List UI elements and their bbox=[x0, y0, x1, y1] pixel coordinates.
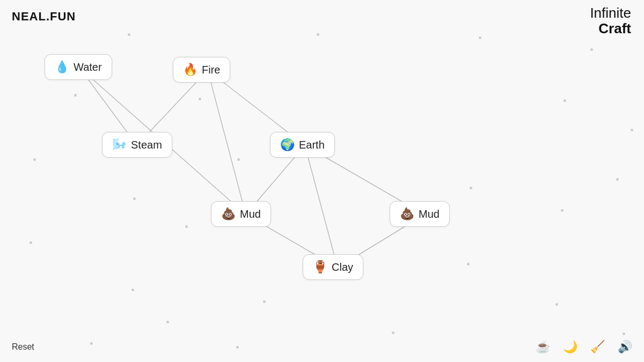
decorative-dot bbox=[317, 33, 319, 36]
decorative-dot bbox=[479, 36, 481, 39]
element-card-earth[interactable]: 🌍Earth bbox=[270, 132, 335, 158]
decorative-dot bbox=[616, 178, 619, 181]
app-title: Infinite Craft bbox=[590, 5, 631, 36]
title-infinite: Infinite bbox=[590, 5, 631, 21]
element-card-clay[interactable]: 🏺Clay bbox=[303, 254, 363, 280]
fire-label: Fire bbox=[202, 64, 220, 76]
element-card-water[interactable]: 💧Water bbox=[45, 54, 112, 80]
sound-icon[interactable]: 🔊 bbox=[618, 340, 632, 354]
decorative-dot bbox=[185, 225, 188, 228]
clay-emoji: 🏺 bbox=[313, 260, 327, 274]
svg-line-4 bbox=[208, 70, 246, 215]
logo: NEAL.FUN bbox=[12, 10, 76, 24]
reset-button[interactable]: Reset bbox=[12, 342, 34, 352]
decorative-dot bbox=[33, 158, 36, 161]
coffee-icon[interactable]: ☕ bbox=[536, 340, 550, 354]
decorative-dot bbox=[131, 289, 134, 291]
decorative-dot bbox=[564, 99, 566, 102]
decorative-dot bbox=[561, 209, 564, 212]
decorative-dot bbox=[166, 321, 169, 323]
mud1-label: Mud bbox=[240, 208, 261, 220]
decorative-dot bbox=[467, 263, 470, 265]
decorative-dot bbox=[128, 33, 130, 36]
bottom-bar: Reset ☕ 🌙 🧹 🔊 bbox=[0, 332, 644, 362]
decorative-dot bbox=[555, 303, 558, 306]
earth-label: Earth bbox=[299, 139, 325, 151]
decorative-dot bbox=[30, 241, 32, 244]
element-card-mud1[interactable]: 💩Mud bbox=[211, 201, 271, 227]
earth-emoji: 🌍 bbox=[280, 138, 295, 152]
decorative-dot bbox=[237, 158, 240, 161]
toolbar-icons: ☕ 🌙 🧹 🔊 bbox=[536, 340, 632, 354]
decorative-dot bbox=[199, 98, 201, 100]
decorative-dot bbox=[74, 94, 77, 97]
water-label: Water bbox=[74, 61, 102, 73]
mud1-emoji: 💩 bbox=[221, 207, 236, 221]
steam-label: Steam bbox=[131, 139, 162, 151]
element-card-mud2[interactable]: 💩Mud bbox=[390, 201, 450, 227]
water-emoji: 💧 bbox=[55, 60, 69, 74]
broom-icon[interactable]: 🧹 bbox=[590, 340, 605, 354]
fire-emoji: 🔥 bbox=[183, 63, 197, 77]
title-craft: Craft bbox=[590, 21, 631, 36]
decorative-dot bbox=[133, 197, 136, 200]
clay-label: Clay bbox=[332, 261, 353, 274]
svg-line-9 bbox=[305, 145, 338, 268]
element-card-steam[interactable]: 🌬️Steam bbox=[102, 132, 172, 158]
steam-emoji: 🌬️ bbox=[112, 138, 127, 152]
moon-icon[interactable]: 🌙 bbox=[563, 340, 577, 354]
decorative-dot bbox=[631, 129, 633, 131]
mud2-label: Mud bbox=[419, 208, 440, 220]
decorative-dot bbox=[470, 187, 472, 189]
decorative-dot bbox=[590, 48, 593, 51]
decorative-dot bbox=[263, 300, 266, 303]
element-card-fire[interactable]: 🔥Fire bbox=[173, 57, 230, 83]
mud2-emoji: 💩 bbox=[400, 207, 414, 221]
